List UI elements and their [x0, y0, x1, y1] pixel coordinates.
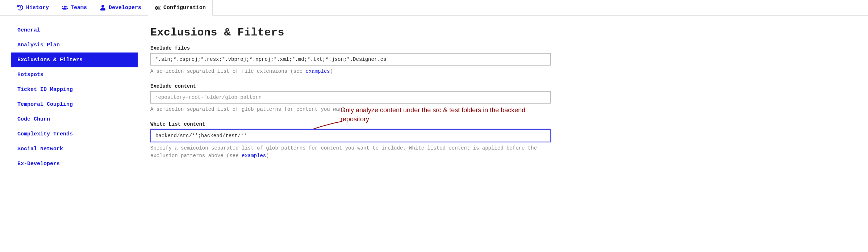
exclude-content-label: Exclude content: [150, 83, 551, 89]
tab-label: History: [26, 5, 49, 11]
whitelist-help: Specify a semicolon separated list of gl…: [150, 144, 551, 160]
sidebar-item-social-network[interactable]: Social Network: [11, 142, 138, 156]
tab-history[interactable]: History: [11, 0, 55, 15]
tab-teams[interactable]: Teams: [55, 0, 93, 15]
exclude-files-label: Exclude files: [150, 45, 551, 51]
content-area: General Analysis Plan Exclusions & Filte…: [0, 16, 868, 171]
whitelist-label: White List content: [150, 121, 551, 127]
gears-icon: [155, 5, 160, 11]
field-exclude-files: Exclude files A semicolon separated list…: [150, 45, 551, 75]
exclude-files-input[interactable]: [150, 53, 551, 66]
tab-label: Developers: [109, 5, 141, 11]
history-icon: [17, 5, 23, 10]
field-whitelist-content: White List content Specify a semicolon s…: [150, 121, 551, 160]
sidebar-item-ex-developers[interactable]: Ex-Developers: [11, 156, 138, 171]
main-panel: Exclusions & Filters Exclude files A sem…: [138, 23, 565, 171]
sidebar-item-complexity-trends[interactable]: Complexity Trends: [11, 127, 138, 142]
sidebar-item-code-churn[interactable]: Code Churn: [11, 112, 138, 127]
examples-link[interactable]: examples: [242, 153, 266, 159]
user-icon: [100, 5, 106, 10]
sidebar: General Analysis Plan Exclusions & Filte…: [0, 23, 138, 171]
tab-bar: History Teams Developers Configuration: [0, 0, 868, 16]
sidebar-item-hotspots[interactable]: Hotspots: [11, 67, 138, 82]
sidebar-item-exclusions-filters[interactable]: Exclusions & Filters: [11, 52, 138, 67]
page-title: Exclusions & Filters: [150, 26, 551, 39]
tab-label: Teams: [71, 5, 87, 11]
sidebar-item-analysis-plan[interactable]: Analysis Plan: [11, 38, 138, 52]
sidebar-item-temporal-coupling[interactable]: Temporal Coupling: [11, 97, 138, 112]
tab-developers[interactable]: Developers: [93, 0, 148, 15]
tab-configuration[interactable]: Configuration: [148, 0, 213, 16]
tab-label: Configuration: [163, 5, 206, 11]
whitelist-input[interactable]: [150, 129, 551, 142]
users-icon: [62, 5, 68, 10]
sidebar-item-ticket-id-mapping[interactable]: Ticket ID Mapping: [11, 82, 138, 97]
exclude-files-help: A semicolon separated list of file exten…: [150, 68, 551, 75]
sidebar-item-general[interactable]: General: [11, 23, 138, 38]
field-exclude-content: Exclude content A semicolon separated li…: [150, 83, 551, 113]
exclude-content-input[interactable]: [150, 91, 551, 104]
examples-link[interactable]: examples: [305, 68, 330, 74]
